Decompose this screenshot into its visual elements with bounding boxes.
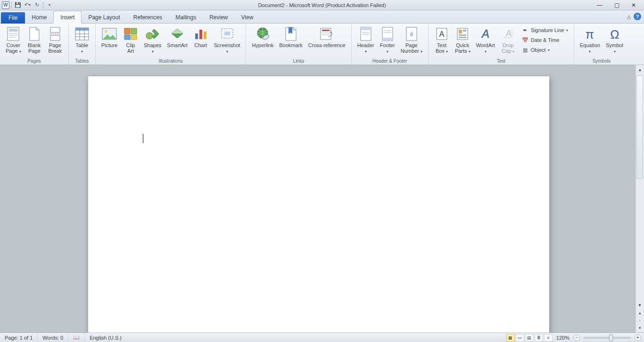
- blank-page-button[interactable]: BlankPage: [25, 25, 44, 55]
- calendar-icon: 📅: [521, 36, 529, 44]
- page-break-button[interactable]: PageBreak: [46, 25, 65, 55]
- group-label-text: Text: [432, 57, 570, 64]
- zoom-in-button[interactable]: +: [635, 334, 641, 341]
- page-break-icon: [48, 26, 63, 41]
- shapes-icon: [145, 26, 160, 41]
- group-illustrations: Picture ClipArt Shapes▾ SmartArt Chart S…: [96, 24, 247, 65]
- object-button[interactable]: ▥Object ▾: [520, 45, 570, 55]
- text-box-button[interactable]: A TextBox ▾: [432, 25, 451, 56]
- word-logo-icon[interactable]: W: [2, 1, 9, 9]
- view-outline-button[interactable]: ≣: [535, 334, 543, 342]
- picture-icon: [102, 26, 117, 41]
- previous-page-icon[interactable]: ▴: [636, 309, 644, 317]
- status-right: ▦ ▭ ▤ ≣ ≡ 120% − +: [506, 334, 644, 342]
- scroll-thumb[interactable]: [636, 75, 643, 179]
- close-button[interactable]: ✕: [628, 1, 639, 9]
- redo-icon[interactable]: ↻: [33, 1, 41, 9]
- quick-access-toolbar: W 💾 ↶▾ ↻ ▾: [0, 1, 54, 9]
- bookmark-icon: [283, 26, 298, 41]
- zoom-level[interactable]: 120%: [556, 335, 570, 341]
- clip-art-button[interactable]: ClipArt: [121, 25, 140, 55]
- help-icon[interactable]: ?: [634, 13, 641, 20]
- status-page[interactable]: Page: 1 of 1: [0, 333, 38, 342]
- text-cursor: [143, 134, 143, 143]
- tab-mailings[interactable]: Mailings: [169, 11, 203, 23]
- chart-button[interactable]: Chart: [191, 25, 210, 49]
- quick-parts-button[interactable]: QuickParts ▾: [453, 25, 472, 56]
- minimize-button[interactable]: —: [594, 1, 605, 9]
- screenshot-button[interactable]: Screenshot▾: [212, 25, 242, 56]
- table-button[interactable]: Table▾: [73, 25, 91, 56]
- svg-rect-47: [459, 34, 466, 36]
- chart-icon: [193, 26, 208, 41]
- qat-customize-icon[interactable]: ▾: [45, 1, 54, 9]
- symbol-icon: Ω: [607, 26, 622, 41]
- svg-rect-9: [75, 28, 89, 31]
- view-print-layout-button[interactable]: ▦: [506, 334, 515, 342]
- signature-line-button[interactable]: ✒Signature Line ▾: [520, 25, 570, 35]
- cross-reference-button[interactable]: Cross-reference: [306, 25, 347, 49]
- hyperlink-icon: [255, 26, 270, 41]
- status-language[interactable]: English (U.S.): [85, 333, 126, 342]
- svg-rect-48: [459, 37, 466, 38]
- group-links: Hyperlink Bookmark Cross-reference Links: [246, 24, 351, 65]
- svg-rect-25: [224, 32, 230, 35]
- group-pages: CoverPage ▾ BlankPage PageBreak Pages: [0, 24, 69, 65]
- svg-rect-29: [322, 30, 330, 31]
- svg-rect-5: [50, 27, 60, 33]
- zoom-slider[interactable]: [584, 337, 631, 339]
- undo-icon[interactable]: ↶▾: [23, 1, 32, 9]
- header-button[interactable]: Header▾: [355, 25, 376, 56]
- header-icon: [358, 26, 373, 41]
- drop-cap-button[interactable]: A DropCap ▾: [499, 25, 518, 56]
- group-label-header-footer: Header & Footer: [355, 57, 424, 64]
- save-icon[interactable]: 💾: [14, 1, 22, 9]
- view-web-layout-button[interactable]: ▤: [525, 334, 534, 342]
- quick-parts-icon: [455, 26, 470, 41]
- status-proofing[interactable]: 📖: [68, 333, 85, 342]
- group-header-footer: Header▾ Footer▾ # PageNumber ▾ Header & …: [352, 24, 429, 65]
- symbol-button[interactable]: Ω Symbol▾: [604, 25, 625, 56]
- next-page-icon[interactable]: ▾: [636, 324, 644, 332]
- wordart-button[interactable]: A WordArt▾: [474, 25, 497, 56]
- cover-page-button[interactable]: CoverPage ▾: [4, 25, 23, 56]
- hyperlink-button[interactable]: Hyperlink: [250, 25, 275, 49]
- status-words[interactable]: Words: 0: [38, 333, 68, 342]
- text-box-icon: A: [434, 26, 449, 41]
- view-full-screen-button[interactable]: ▭: [516, 334, 524, 342]
- document-page[interactable]: [88, 76, 549, 333]
- page-number-icon: #: [404, 26, 419, 41]
- tab-references[interactable]: References: [127, 11, 169, 23]
- tab-review[interactable]: Review: [203, 11, 234, 23]
- page-number-button[interactable]: # PageNumber ▾: [399, 25, 424, 56]
- smartart-button[interactable]: SmartArt: [165, 25, 189, 49]
- cover-page-icon: [6, 26, 21, 41]
- scroll-up-icon[interactable]: ▲: [636, 66, 644, 73]
- zoom-slider-thumb[interactable]: [609, 334, 613, 341]
- scroll-down-icon[interactable]: ▼: [636, 301, 644, 309]
- wordart-icon: A: [478, 26, 493, 41]
- shapes-button[interactable]: Shapes▾: [142, 25, 163, 56]
- svg-text:π: π: [586, 27, 594, 41]
- tab-file[interactable]: File: [1, 12, 25, 24]
- vertical-scrollbar[interactable]: ▲ ▼ ▴ ◦ ▾: [636, 65, 644, 333]
- proofing-icon: 📖: [73, 334, 80, 341]
- footer-button[interactable]: Footer▾: [378, 25, 397, 56]
- view-draft-button[interactable]: ≡: [544, 334, 553, 342]
- svg-rect-33: [361, 27, 371, 30]
- tab-insert[interactable]: Insert: [53, 11, 82, 24]
- zoom-out-button[interactable]: −: [573, 334, 580, 341]
- tab-home[interactable]: Home: [25, 11, 53, 23]
- svg-rect-1: [9, 29, 17, 32]
- maximize-button[interactable]: ▢: [611, 1, 622, 9]
- svg-rect-18: [124, 35, 130, 40]
- svg-text:A: A: [481, 27, 489, 40]
- picture-button[interactable]: Picture: [99, 25, 119, 49]
- date-time-button[interactable]: 📅Date & Time: [520, 35, 570, 45]
- bookmark-button[interactable]: Bookmark: [277, 25, 305, 49]
- tab-view[interactable]: View: [235, 11, 260, 23]
- minimize-ribbon-icon[interactable]: △: [627, 14, 631, 19]
- tab-page-layout[interactable]: Page Layout: [82, 11, 126, 23]
- browse-object-icon[interactable]: ◦: [636, 317, 644, 324]
- equation-button[interactable]: π Equation▾: [578, 25, 602, 56]
